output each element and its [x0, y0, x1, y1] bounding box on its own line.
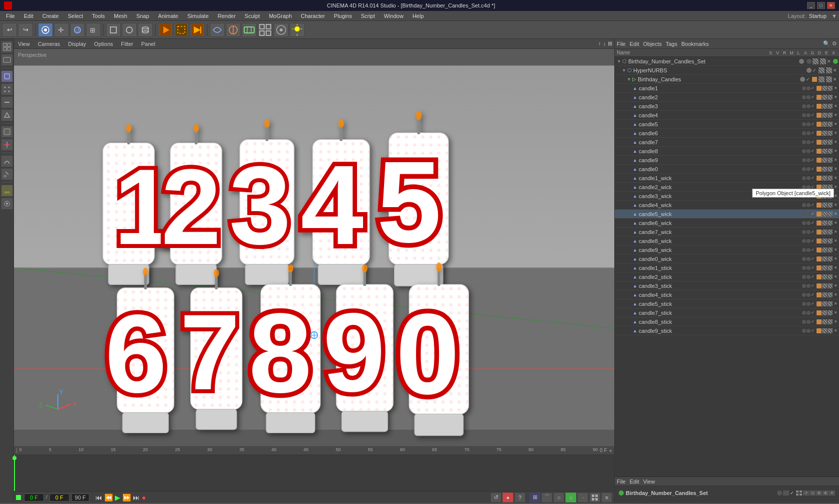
tl-add-button[interactable]: +: [609, 448, 612, 454]
timeline-content[interactable]: [14, 455, 614, 491]
lt-brush-button[interactable]: [1, 168, 13, 180]
obj-row-candle1[interactable]: ▲ candle1 ✓ ✕: [615, 84, 839, 93]
obj-row-candle8_wick[interactable]: ▲ candle8_wick ✓ ✕: [615, 237, 839, 246]
om-objects-menu[interactable]: Objects: [643, 41, 662, 47]
obj-row-candle1_wick[interactable]: ▲ candle1_wick ✓ ✕: [615, 174, 839, 183]
undo-button[interactable]: ↩: [2, 23, 17, 37]
vp-options-menu[interactable]: Options: [92, 41, 115, 47]
fps-display[interactable]: 90 F: [71, 494, 89, 502]
lt-perspective-button[interactable]: [1, 54, 13, 66]
obj-row-candle2_wick[interactable]: ▲ candle2_wick ✓ ✕: [615, 183, 839, 192]
play-button[interactable]: ▶: [115, 494, 120, 502]
obj-row-candle0[interactable]: ▲ candle0 ✓ ✕: [615, 165, 839, 174]
obj-row-candle4_stick[interactable]: ▲ candle4_stick ✓ ✕: [615, 290, 839, 299]
lt-point-mode[interactable]: [1, 83, 13, 95]
vp-expand-button[interactable]: ↑: [598, 40, 601, 47]
goto-start-button[interactable]: ⏮: [95, 494, 102, 502]
rotate-tool-button[interactable]: ↺: [70, 23, 85, 37]
cylinder-tool-button[interactable]: [138, 23, 153, 37]
menu-mograph[interactable]: MoGraph: [265, 12, 296, 20]
menu-edit[interactable]: Edit: [20, 12, 37, 20]
trans-grid-btn[interactable]: [589, 493, 600, 503]
obj-row-candle6[interactable]: ▲ candle6 ✓ ✕: [615, 129, 839, 138]
p-btn1[interactable]: ↗: [803, 491, 809, 496]
trans-extra-1[interactable]: ↺: [490, 493, 501, 503]
menu-window[interactable]: Window: [380, 12, 408, 20]
props-file-menu[interactable]: File: [617, 479, 626, 485]
obj-row-candle2[interactable]: ▲ candle2 ✓ ✕: [615, 93, 839, 102]
minimize-button[interactable]: _: [807, 2, 815, 9]
trans-curve-btn[interactable]: ⌒: [541, 493, 552, 503]
vp-panel-menu[interactable]: Panel: [139, 41, 157, 47]
trans-motion-btn2[interactable]: ○: [565, 493, 576, 503]
scale-tool-button[interactable]: ⊞: [86, 23, 101, 37]
obj-row-candle4[interactable]: ▲ candle4 ✓ ✕: [615, 111, 839, 120]
obj-row-candle4_wick[interactable]: ▲ candle4_wick ✓ ✕: [615, 201, 839, 210]
vp-view-menu[interactable]: View: [16, 41, 32, 47]
x-btn[interactable]: ✕: [827, 59, 832, 64]
menu-character[interactable]: Character: [297, 12, 329, 20]
menu-render[interactable]: Render: [214, 12, 240, 20]
menu-mesh[interactable]: Mesh: [110, 12, 131, 20]
obj-row-candle7_stick[interactable]: ▲ candle7_stick ✓ ✕: [615, 308, 839, 317]
current-frame-display[interactable]: 0 F: [49, 494, 69, 502]
obj-row-candle5_wick[interactable]: ▲ candle5_wick ✓ ✕: [615, 210, 839, 219]
props-view-menu[interactable]: View: [643, 479, 655, 485]
lt-magic-button[interactable]: [1, 198, 13, 210]
deformer-button[interactable]: [226, 23, 241, 37]
p-btn5[interactable]: ✕: [829, 491, 835, 496]
vp-lock-button[interactable]: ↓: [603, 40, 606, 47]
sphere-tool-button[interactable]: [122, 23, 137, 37]
viewport-canvas[interactable]: Perspective: [14, 49, 614, 446]
goto-end-button[interactable]: ⏭: [133, 494, 140, 502]
om-file-menu[interactable]: File: [617, 41, 626, 47]
obj-row-candle9_wick[interactable]: ▲ candle9_wick ✓ ✕: [615, 246, 839, 254]
obj-row-candle7_wick[interactable]: ▲ candle7_wick ✓ ✕: [615, 228, 839, 237]
obj-row-candle6_wick[interactable]: ▲ candle6_wick ✓ ✕: [615, 219, 839, 228]
menu-tools[interactable]: Tools: [88, 12, 109, 20]
render-active-button[interactable]: [158, 23, 173, 37]
menu-plugins[interactable]: Plugins: [330, 12, 356, 20]
p-btn2[interactable]: ↘: [810, 491, 816, 496]
menu-animate[interactable]: Animate: [154, 12, 182, 20]
om-settings-icon[interactable]: ⚙: [832, 40, 837, 47]
obj-row-nurbs[interactable]: ▼ ⬡ HyperNURBS ✓ ✕: [615, 66, 839, 75]
om-edit-menu[interactable]: Edit: [630, 41, 639, 47]
effector-button[interactable]: [242, 23, 257, 37]
lt-model-mode[interactable]: [1, 70, 13, 82]
menu-simulate[interactable]: Simulate: [183, 12, 213, 20]
light-button[interactable]: [290, 23, 305, 37]
lt-texture-button[interactable]: [1, 126, 13, 138]
obj-row-candle9[interactable]: ▲ candle9 ✓ ✕: [615, 156, 839, 165]
start-frame-display[interactable]: 0 F: [24, 494, 44, 502]
select-tool-button[interactable]: [38, 23, 53, 37]
obj-row-set[interactable]: ▼ ⬡ Birthday_Number_Candles_Set ✕: [615, 57, 839, 66]
vp-cameras-menu[interactable]: Cameras: [36, 41, 62, 47]
grid-button[interactable]: [258, 23, 273, 37]
trans-record-btn[interactable]: ●: [502, 493, 513, 503]
menu-select[interactable]: Select: [64, 12, 87, 20]
render-region-button[interactable]: [174, 23, 189, 37]
obj-row-candle5[interactable]: ▲ candle5 ✓ ✕: [615, 120, 839, 129]
close-button[interactable]: ✕: [827, 2, 835, 9]
obj-row-candle5_stick[interactable]: ▲ candle5_stick ✓ ✕: [615, 299, 839, 308]
prev-frame-button[interactable]: ⏪: [104, 494, 113, 502]
menu-script[interactable]: Script: [357, 12, 379, 20]
obj-row-candle0_wick[interactable]: ▲ candle0_wick ✓ ✕: [615, 254, 839, 263]
lt-workplane-button[interactable]: [1, 139, 13, 151]
snap-button[interactable]: [274, 23, 289, 37]
trans-help-btn[interactable]: ?: [514, 493, 525, 503]
obj-row-candle3_stick[interactable]: ▲ candle3_stick ✓ ✕: [615, 281, 839, 290]
expand-nurbs[interactable]: ▼: [622, 68, 626, 73]
obj-row-candle3[interactable]: ▲ candle3 ✓ ✕: [615, 102, 839, 111]
vp-filter-menu[interactable]: Filter: [119, 41, 135, 47]
obj-row-candle1_stick[interactable]: ▲ candle1_stick ✓ ✕: [615, 263, 839, 272]
morph-button[interactable]: [210, 23, 225, 37]
next-frame-button[interactable]: ⏩: [122, 494, 131, 502]
trans-key-btn[interactable]: ⊞: [529, 493, 540, 503]
move-tool-button[interactable]: ✛: [54, 23, 69, 37]
cube-tool-button[interactable]: [106, 23, 121, 37]
obj-row-candle8[interactable]: ▲ candle8 ✓ ✕: [615, 147, 839, 156]
obj-row-candles[interactable]: ▼ ▷ Birthday_Candles ✓ ✕: [615, 75, 839, 84]
trans-dot-btn[interactable]: ·: [577, 493, 588, 503]
